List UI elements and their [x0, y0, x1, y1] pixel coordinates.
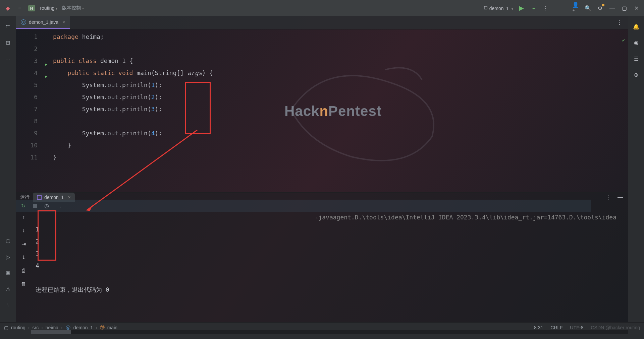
- run-icon[interactable]: ▶: [518, 4, 525, 12]
- run-panel-more-icon[interactable]: ⋮: [604, 194, 612, 201]
- search-icon[interactable]: 🔍: [584, 4, 592, 12]
- run-tool-icon[interactable]: ▷: [4, 253, 12, 261]
- debug-icon[interactable]: ⌁: [530, 4, 537, 12]
- run-config-selector[interactable]: demon_1: [483, 5, 513, 11]
- run-app-icon: [37, 195, 42, 200]
- collaborate-icon[interactable]: 👤⁺: [572, 4, 580, 12]
- down-icon[interactable]: ↓: [20, 227, 27, 234]
- ai-assist-icon[interactable]: ◉: [633, 39, 640, 46]
- vcs-menu[interactable]: 版本控制: [62, 5, 84, 11]
- maximize-icon[interactable]: ▢: [621, 4, 628, 12]
- console-scrollbar[interactable]: [31, 330, 628, 334]
- scroll-end-icon[interactable]: ⤓: [20, 254, 27, 261]
- file-tab-label: demon_1.java: [29, 19, 58, 25]
- database-icon[interactable]: ☰: [633, 55, 640, 62]
- more-tools-icon[interactable]: …: [4, 55, 12, 62]
- console-gutter: ↑ ↓ ⇥ ⤓ ⎙ 🗑: [16, 209, 31, 334]
- tab-more-icon[interactable]: ⋮: [616, 19, 623, 26]
- problems-icon[interactable]: ⚠: [4, 285, 12, 293]
- annotation-box-output: [38, 210, 56, 261]
- minimize-icon[interactable]: —: [608, 4, 616, 12]
- code-editor[interactable]: 1234567891011▶▶package heima; public cla…: [16, 29, 628, 192]
- hamburger-icon[interactable]: ≡: [16, 4, 23, 12]
- services-icon[interactable]: ⬡: [4, 237, 12, 245]
- up-icon[interactable]: ↑: [20, 213, 27, 221]
- settings-icon[interactable]: ⚙: [596, 4, 604, 12]
- close-run-tab-icon[interactable]: ×: [68, 195, 70, 200]
- print-icon[interactable]: ⎙: [20, 267, 27, 274]
- project-badge[interactable]: R: [28, 5, 35, 11]
- run-panel: 运行 demon_1 × ⋮ — ↻ ◷ ⋮: [16, 192, 628, 322]
- run-app-icon: [484, 6, 487, 9]
- app-logo-icon: ◆: [4, 4, 11, 12]
- left-toolbar: 🗀 ⊞ … ⬡ ▷ ⌘ ⚠ ⑂: [0, 16, 16, 322]
- git-icon[interactable]: ⑂: [4, 301, 12, 309]
- editor-area: HacknPentest C demon_1.java × ⋮ 12345678…: [16, 16, 628, 322]
- close-tab-icon[interactable]: ×: [62, 19, 65, 25]
- editor-tab-bar: C demon_1.java × ⋮: [16, 16, 628, 29]
- web-icon[interactable]: ⊕: [633, 71, 640, 78]
- hide-panel-icon[interactable]: —: [616, 194, 624, 201]
- java-file-icon: C: [21, 19, 26, 25]
- file-tab[interactable]: C demon_1.java ×: [16, 16, 70, 29]
- annotation-box-code: [185, 82, 211, 134]
- more-icon[interactable]: ⋮: [542, 4, 549, 12]
- close-icon[interactable]: ✕: [633, 4, 640, 12]
- trash-icon[interactable]: 🗑: [20, 280, 27, 288]
- console-output[interactable]: -javaagent.D.\tools\idea\IntelliJ IDEA 2…: [31, 209, 628, 334]
- project-tree-icon[interactable]: 🗀: [4, 23, 12, 30]
- structure-icon[interactable]: ⊞: [4, 39, 12, 46]
- notifications-icon[interactable]: 🔔: [633, 23, 640, 30]
- project-selector[interactable]: routing: [40, 5, 57, 11]
- titlebar: ◆ ≡ R routing 版本控制 demon_1 ▶ ⌁ ⋮ 👤⁺ 🔍 ⚙ …: [0, 0, 644, 16]
- terminal-icon[interactable]: ⌘: [4, 269, 12, 277]
- soft-wrap-icon[interactable]: ⇥: [20, 240, 27, 248]
- status-watermark: CSDN @hacker routing: [591, 325, 640, 330]
- right-toolbar: 🔔 ◉ ☰ ⊕: [628, 16, 644, 322]
